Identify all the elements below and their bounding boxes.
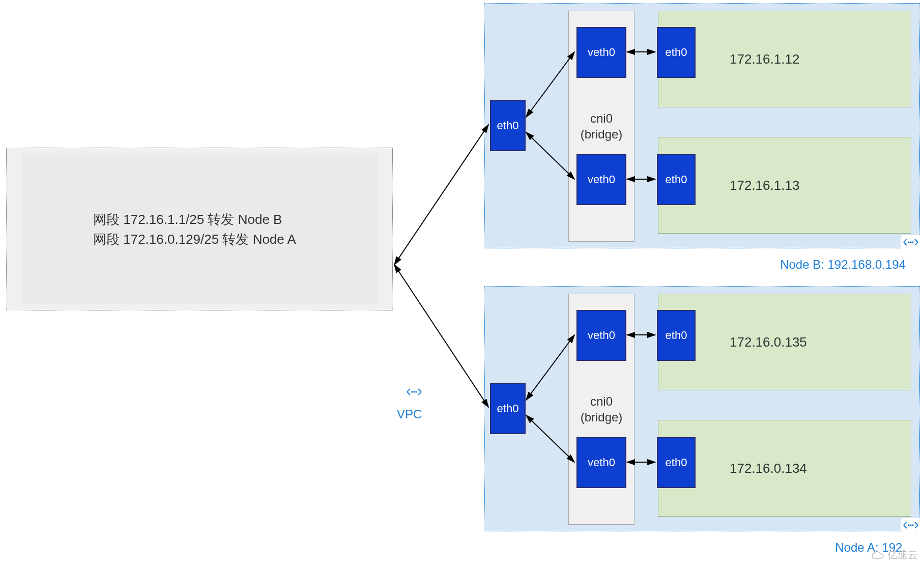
expand-icon[interactable] — [901, 518, 921, 532]
veth-interface: veth0 — [576, 310, 626, 361]
svg-point-2 — [415, 391, 417, 393]
pod-container: 172.16.1.13 — [658, 137, 911, 234]
svg-point-0 — [411, 391, 413, 393]
svg-point-8 — [912, 524, 914, 526]
expand-icon[interactable] — [404, 385, 424, 399]
svg-point-7 — [910, 524, 912, 526]
node-b-label: Node B: 192.168.0.194 — [780, 258, 906, 272]
svg-point-3 — [908, 241, 910, 243]
host-eth-interface: eth0 — [490, 383, 526, 434]
veth-interface: veth0 — [576, 27, 626, 78]
svg-line-9 — [394, 125, 488, 265]
pod-eth-interface: eth0 — [657, 437, 696, 488]
svg-point-5 — [912, 241, 914, 243]
bridge-label: cni0 (bridge) — [569, 393, 634, 425]
pod-container: 172.16.0.135 — [658, 294, 911, 390]
host-eth-interface: eth0 — [490, 100, 526, 151]
pod-eth-interface: eth0 — [657, 27, 696, 78]
pod-ip: 172.16.1.13 — [730, 178, 799, 193]
cloud-icon — [871, 550, 884, 560]
node-b-container: 172.16.1.12 172.16.1.13 cni0 (bridge) et… — [484, 3, 920, 248]
expand-icon[interactable] — [901, 235, 921, 249]
vpc-rules-panel: 网段 172.16.1.1/25 转发 Node B 网段 172.16.0.1… — [22, 155, 378, 304]
pod-ip: 172.16.0.135 — [730, 334, 807, 350]
pod-ip: 172.16.0.134 — [730, 461, 807, 476]
svg-point-1 — [413, 391, 415, 393]
bridge-label: cni0 (bridge) — [569, 110, 634, 142]
veth-interface: veth0 — [576, 154, 626, 205]
svg-point-6 — [908, 524, 910, 526]
watermark: 亿速云 — [871, 548, 918, 562]
veth-interface: veth0 — [576, 437, 626, 488]
node-a-container: 172.16.0.135 172.16.0.134 cni0 (bridge) … — [484, 286, 920, 531]
vpc-label: VPC — [397, 407, 422, 421]
pod-ip: 172.16.1.12 — [730, 51, 799, 67]
pod-eth-interface: eth0 — [657, 154, 696, 205]
pod-container: 172.16.0.134 — [658, 420, 911, 517]
vpc-rule-1: 网段 172.16.1.1/25 转发 Node B — [93, 210, 378, 230]
pod-eth-interface: eth0 — [657, 310, 696, 361]
vpc-container: 网段 172.16.1.1/25 转发 Node B 网段 172.16.0.1… — [6, 148, 393, 310]
vpc-rule-2: 网段 172.16.0.129/25 转发 Node A — [93, 230, 378, 249]
pod-container: 172.16.1.12 — [658, 11, 911, 107]
svg-point-4 — [910, 241, 912, 243]
